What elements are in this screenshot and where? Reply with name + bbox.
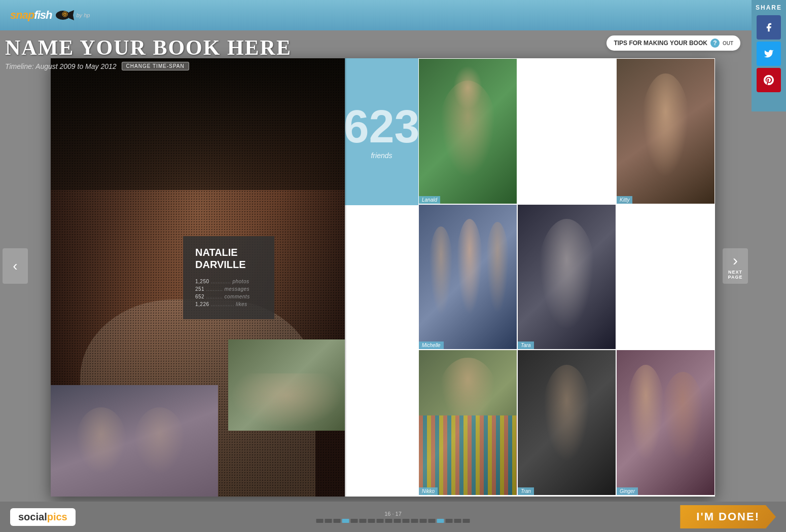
done-button[interactable]: I'M DONE!	[680, 505, 776, 528]
photo-cell-empty-1	[517, 58, 616, 204]
photo-label-michael: Michael	[419, 496, 442, 496]
prev-page-button[interactable]: ‹	[3, 248, 28, 284]
photo-label-juanita: Juanita	[617, 496, 639, 496]
photo-cell-nikko[interactable]: Nikko	[418, 350, 517, 496]
photo-cell-michael[interactable]: Michael	[418, 496, 517, 497]
page-indicator: 16 · 17	[316, 511, 470, 523]
stat-photos: 1,250 ............ photos	[195, 279, 262, 284]
main-portrait: NATALIE DARVILLE 1,250 ............ phot…	[51, 58, 345, 497]
photo-cell-empty-2	[616, 204, 715, 350]
photo-label-michelle: Michelle	[419, 341, 444, 349]
photo-label-kitty: Kitty	[617, 196, 632, 204]
stat-comments: 652 .......... comments	[195, 294, 262, 299]
logo-text: snapfish	[10, 9, 52, 22]
svg-point-0	[56, 11, 70, 20]
header: snapfish by hp	[0, 0, 786, 30]
right-page: 623 friends Lanald	[345, 58, 715, 497]
page-dot-2[interactable]	[334, 519, 341, 523]
stat-messages: 251 .......... messages	[195, 286, 262, 292]
share-sidebar: SHARE	[752, 0, 786, 111]
tips-button[interactable]: TIPS FOR MAKING YOUR BOOK ? OUT	[606, 35, 740, 51]
pinterest-share-button[interactable]	[757, 68, 781, 92]
timeline-text: Timeline: August 2009 to May 2012	[5, 62, 117, 70]
next-arrow-icon: ›	[733, 252, 738, 269]
small-photo-inner-1	[228, 339, 345, 431]
page-dot-1[interactable]	[325, 519, 332, 523]
stat-likes: 1,226 .............. likes	[195, 301, 262, 307]
by-hp-text: by hp	[76, 12, 90, 18]
page-dot-11[interactable]	[411, 519, 418, 523]
svg-point-2	[64, 14, 66, 15]
tips-question-icon: ?	[710, 39, 720, 48]
pinterest-icon	[764, 75, 774, 85]
page-spine	[345, 58, 347, 497]
profile-name: NATALIE DARVILLE	[195, 246, 262, 271]
left-page: NATALIE DARVILLE 1,250 ............ phot…	[51, 58, 345, 497]
photo-cell-goran[interactable]: Goran	[517, 496, 616, 497]
small-photo-1	[228, 339, 345, 431]
photo-label-goran: Goran	[518, 496, 538, 496]
tips-label: TIPS FOR MAKING YOUR BOOK	[614, 40, 707, 47]
logo-area: snapfish by hp	[10, 8, 90, 22]
photo-cell-lanald[interactable]: Lanald	[418, 58, 517, 204]
page-dot-7[interactable]	[377, 519, 384, 523]
page-dot-10[interactable]	[403, 519, 410, 523]
page-numbers: 16 · 17	[384, 511, 402, 517]
page-dot-17[interactable]	[463, 519, 470, 523]
book-subtitle: Timeline: August 2009 to May 2012 CHANGE…	[5, 62, 292, 70]
page-dot-9[interactable]	[394, 519, 401, 523]
small-photo-inner-2	[51, 385, 218, 497]
change-timespan-button[interactable]: CHANGE TIME-SPAN	[122, 62, 189, 70]
name-card: NATALIE DARVILLE 1,250 ............ phot…	[183, 236, 274, 319]
page-dot-15[interactable]	[446, 519, 453, 523]
bottom-bar: socialpics 16 · 17 I'M DONE!	[0, 502, 786, 532]
friends-count: 623	[343, 104, 419, 149]
share-label: SHARE	[756, 4, 782, 11]
photo-grid: Lanald Kitty	[418, 58, 715, 497]
photo-label-tran: Tran	[518, 487, 534, 495]
page-dot-4[interactable]	[351, 519, 358, 523]
page-dot-0[interactable]	[316, 519, 324, 523]
page-dot-5[interactable]	[360, 519, 367, 523]
svg-marker-3	[69, 10, 74, 20]
photo-cell-juanita[interactable]: Juanita	[616, 496, 715, 497]
page-dot-16[interactable]	[454, 519, 461, 523]
social-text: social	[18, 511, 47, 523]
photo-cell-ginger[interactable]: Ginger	[616, 350, 715, 496]
photo-cell-kitty[interactable]: Kitty	[616, 58, 715, 204]
main-content: NAME YOUR BOOK HERE Timeline: August 200…	[0, 30, 786, 502]
friends-label: friends	[371, 151, 392, 160]
prev-arrow-icon: ‹	[13, 258, 17, 274]
page-dot-13[interactable]	[428, 519, 436, 523]
fish-icon	[54, 8, 74, 22]
socialpics-logo: socialpics	[10, 508, 76, 526]
photo-cell-tran[interactable]: Tran	[517, 350, 616, 496]
page-dots	[316, 519, 470, 523]
photo-label-ginger: Ginger	[617, 487, 638, 495]
photo-cell-michelle[interactable]: Michelle	[418, 204, 517, 350]
page-dot-8[interactable]	[385, 519, 392, 523]
facebook-share-button[interactable]	[757, 15, 781, 40]
tips-out-label: OUT	[723, 41, 733, 46]
next-page-button[interactable]: › NEXTPAGE	[723, 248, 748, 284]
photo-cell-tara[interactable]: Tara	[517, 204, 616, 350]
small-photo-2	[51, 385, 218, 497]
page-dot-6[interactable]	[368, 519, 375, 523]
twitter-icon	[764, 49, 774, 59]
facebook-icon	[764, 22, 774, 32]
friends-section: 623 friends	[345, 58, 418, 205]
pics-text: pics	[47, 511, 67, 523]
page-dot-14[interactable]	[437, 519, 444, 523]
page-dot-3[interactable]	[342, 519, 349, 523]
book-title[interactable]: NAME YOUR BOOK HERE	[5, 35, 292, 60]
twitter-share-button[interactable]	[757, 42, 781, 66]
photo-label-nikko: Nikko	[419, 487, 438, 495]
snapfish-logo: snapfish by hp	[10, 8, 90, 22]
photo-label-tara: Tara	[518, 341, 534, 349]
book-spread: NATALIE DARVILLE 1,250 ............ phot…	[51, 58, 715, 497]
next-page-label: NEXTPAGE	[728, 270, 743, 280]
book-header: NAME YOUR BOOK HERE Timeline: August 200…	[5, 30, 292, 75]
photo-label-lanald: Lanald	[419, 196, 440, 204]
page-dot-12[interactable]	[420, 519, 427, 523]
